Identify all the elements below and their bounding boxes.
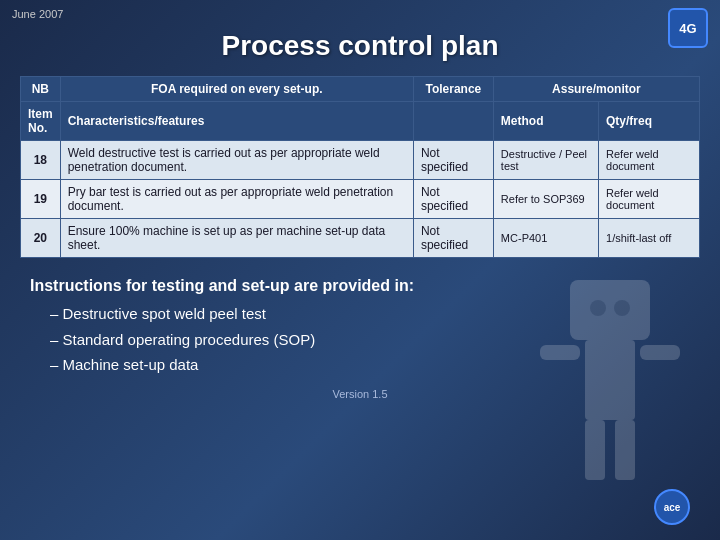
item-no-18: 18: [21, 141, 61, 180]
method-20: MC-P401: [493, 219, 598, 258]
instruction-item-1: – Destructive spot weld peel test: [30, 301, 700, 327]
characteristics-subheader: Characteristics/features: [60, 102, 413, 141]
method-19: Refer to SOP369: [493, 180, 598, 219]
instructions-block: Instructions for testing and set-up are …: [20, 272, 700, 378]
table-row: 20 Ensure 100% machine is set up as per …: [21, 219, 700, 258]
qty-subheader: Qty/freq: [599, 102, 700, 141]
item-no-20: 20: [21, 219, 61, 258]
table-header-row: NB FOA required on every set-up. Toleran…: [21, 77, 700, 102]
method-subheader: Method: [493, 102, 598, 141]
tolerance-18: Not specified: [413, 141, 493, 180]
table-row: 19 Pry bar test is carried out as per ap…: [21, 180, 700, 219]
instructions-intro: Instructions for testing and set-up are …: [30, 272, 700, 299]
qty-20: 1/shift-last off: [599, 219, 700, 258]
col4-header: Assure/monitor: [493, 77, 699, 102]
page-title: Process control plan: [20, 30, 700, 62]
process-table: NB FOA required on every set-up. Toleran…: [20, 76, 700, 258]
instruction-item-2: – Standard operating procedures (SOP): [30, 327, 700, 353]
col1-header: NB: [21, 77, 61, 102]
description-19: Pry bar test is carried out as per appro…: [60, 180, 413, 219]
ace-logo-bottom: ace: [654, 489, 690, 525]
method-18: Destructive / Peel test: [493, 141, 598, 180]
table-row: 18 Weld destructive test is carried out …: [21, 141, 700, 180]
tolerance-20: Not specified: [413, 219, 493, 258]
item-no-19: 19: [21, 180, 61, 219]
version-label: Version 1.5: [20, 388, 700, 400]
qty-18: Refer weld document: [599, 141, 700, 180]
col2-header: FOA required on every set-up.: [60, 77, 413, 102]
date-label: June 2007: [12, 8, 63, 20]
description-18: Weld destructive test is carried out as …: [60, 141, 413, 180]
tolerance-subheader: [413, 102, 493, 141]
item-no-subheader: Item No.: [21, 102, 61, 141]
qty-19: Refer weld document: [599, 180, 700, 219]
instruction-item-3: – Machine set-up data: [30, 352, 700, 378]
ace-circle-logo: ace: [654, 489, 690, 525]
col3-header: Tolerance: [413, 77, 493, 102]
description-20: Ensure 100% machine is set up as per mac…: [60, 219, 413, 258]
table-subheader-row: Item No. Characteristics/features Method…: [21, 102, 700, 141]
main-content: Process control plan NB FOA required on …: [20, 30, 700, 520]
tolerance-19: Not specified: [413, 180, 493, 219]
